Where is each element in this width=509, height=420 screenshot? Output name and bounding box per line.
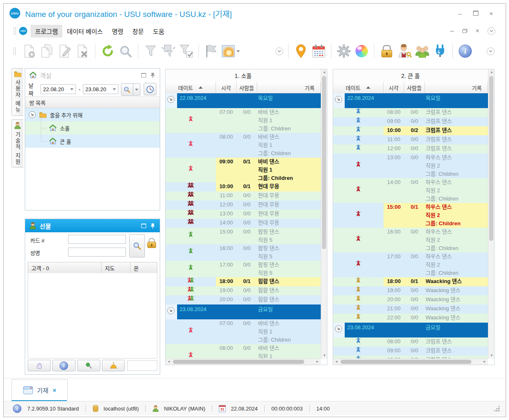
schedule-row[interactable]: 14:000/0현대 무용 [166, 219, 321, 228]
menu-program[interactable]: 프로그램 [31, 25, 62, 38]
schedule-row[interactable]: 12:000/0현대 무용 [166, 201, 321, 210]
schedule-row[interactable]: 20:000/0Waacking 댄스 [333, 295, 488, 304]
gifts-pin-icon[interactable] [150, 223, 156, 228]
filter-apply-icon[interactable] [179, 43, 194, 59]
schedule-row[interactable]: 16:000/0팝핑 댄스직원 5 [166, 244, 321, 261]
schedule-group-row[interactable]: 22.08.2024목요일 [333, 93, 488, 108]
schedule-row[interactable]: 13:000/0현대 무용 [166, 210, 321, 219]
new-record-icon[interactable] [22, 43, 37, 59]
filter-settings-icon[interactable] [161, 43, 176, 59]
customers-table-body[interactable] [28, 273, 157, 359]
usu-menu-icon[interactable]: USU [19, 27, 27, 35]
column-people[interactable]: 사람들 [237, 82, 257, 93]
schedule-row[interactable]: 18:000/1힙합 댄스 [166, 277, 321, 286]
image-view-caret-icon[interactable] [237, 50, 240, 52]
toolbar-drag-handle[interactable] [14, 47, 16, 55]
rooms-maximize-icon[interactable] [141, 73, 147, 78]
schedule-row[interactable]: 11:000/0크럼프 댄스 [333, 135, 488, 144]
schedule-row[interactable]: 08:000/0크럼프 댄스 [333, 108, 488, 117]
delete-record-icon[interactable] [75, 43, 90, 59]
schedule-group-row[interactable]: 23.08.2024금요일 [166, 304, 321, 319]
column-record[interactable]: 기록 [425, 82, 488, 93]
schedule-row[interactable]: 08:000/0크럼프 댄스 [333, 337, 488, 347]
rooms-pin-icon[interactable] [150, 73, 156, 78]
on-column[interactable]: 온 [130, 262, 157, 273]
schedule-row[interactable]: 16:000/0하우스 댄스직원 2그룹: Children [333, 228, 488, 252]
column-date[interactable]: 데이트 [333, 82, 384, 93]
bell-button[interactable] [102, 360, 125, 371]
schedule-group-row[interactable]: 22.08.2024목요일 [166, 93, 321, 108]
mdi-close-button[interactable]: × [476, 27, 479, 35]
toolbar-overflow-chevron2-icon[interactable] [487, 47, 495, 55]
mdi-minimize-button[interactable]: – [450, 27, 454, 35]
card-number-input[interactable] [68, 235, 126, 244]
schedule-row[interactable]: 18:000/1Waacking 댄스 [333, 277, 488, 286]
overflow-chevron-icon[interactable] [488, 27, 495, 35]
edit-record-icon[interactable] [57, 43, 72, 59]
info-button[interactable]: i [52, 360, 76, 371]
room-list-header[interactable]: 방 목록 [25, 97, 160, 108]
date-search-caret-icon[interactable] [133, 83, 140, 96]
horizontal-scrollbar[interactable]: ◄► [333, 359, 488, 365]
schedule-row[interactable]: 19:000/0힙합 댄스 [166, 286, 321, 295]
schedule-row[interactable]: 10:000/2크럼프 댄스 [333, 126, 488, 135]
settings-gear-icon[interactable] [336, 43, 351, 59]
pin-button[interactable] [77, 360, 100, 371]
tab-close-icon[interactable]: × [52, 387, 56, 394]
sidebar-tab-user-menu[interactable]: 사용자 메뉴 [12, 68, 23, 116]
schedule-row[interactable]: 09:000/0크럼프 댄스 [333, 117, 488, 126]
calendar-icon[interactable] [311, 43, 326, 59]
horizontal-scrollbar[interactable]: ◄► [166, 359, 321, 365]
gifts-maximize-icon[interactable] [141, 223, 147, 228]
search-icon[interactable] [118, 43, 133, 59]
info-icon[interactable]: i [458, 43, 473, 59]
user-group-icon[interactable] [415, 43, 430, 59]
schedule-row[interactable]: 07:000/0바비 댄스직원 1그룹: Children [166, 108, 321, 133]
customer-name-input[interactable] [68, 248, 126, 257]
schedule-row[interactable]: 14:000/0하우스 댄스직원 2그룹: Children [333, 178, 488, 203]
schedule-row[interactable]: 15:000/1하우스 댄스직원 2그룹: Children [333, 203, 488, 228]
refresh-icon[interactable] [100, 43, 115, 59]
schedule-row[interactable]: 17:000/0하우스 댄스직원 2그룹: Children [333, 252, 488, 277]
collapse-icon[interactable] [167, 307, 175, 317]
schedule-row[interactable]: 15:000/0팝핑 댄스직원 5 [166, 228, 321, 244]
vertical-scrollbar[interactable]: ▲▼ [321, 69, 327, 359]
color-wheel-icon[interactable] [354, 43, 369, 59]
minimize-button[interactable]: – [457, 10, 463, 17]
column-time[interactable]: 시각 [384, 82, 404, 93]
hand-button[interactable] [28, 360, 51, 371]
menu-drag-handle[interactable] [14, 27, 16, 35]
schedule-row[interactable]: 13:000/0하우스 댄스직원 2그룹: Children [333, 153, 488, 178]
date-from-select[interactable]: 22.08.20 [40, 84, 76, 94]
map-column[interactable]: 지도 [102, 262, 130, 273]
column-people[interactable]: 사람들 [404, 82, 425, 93]
collapse-icon[interactable] [167, 96, 175, 106]
gifts-footer-field[interactable] [127, 360, 157, 371]
schedule-row[interactable]: 22:000/0Waacking 댄스 [333, 314, 488, 323]
user-permissions-icon[interactable] [397, 43, 412, 59]
lock-icon[interactable] [379, 43, 394, 59]
clock-button[interactable] [144, 83, 156, 95]
customers-column[interactable]: 고객 - 0 [28, 262, 102, 273]
mdi-restore-button[interactable] [462, 29, 467, 33]
maximize-button[interactable] [472, 10, 479, 17]
schedule-row[interactable]: 17:000/0팝핑 댄스직원 5 [166, 261, 321, 277]
schedule-row[interactable]: 19:000/0Waacking 댄스 [333, 286, 488, 295]
menu-window[interactable]: 창문 [128, 25, 149, 38]
vertical-scrollbar[interactable]: ▲▼ [488, 69, 494, 359]
menu-help[interactable]: 도움 [148, 25, 169, 38]
collapse-icon[interactable] [335, 325, 342, 335]
schedule-row[interactable]: 21:000/0Waacking 댄스 [333, 304, 488, 314]
schedule-row[interactable]: 09:000/1바비 댄스직원 1그룹: Children [166, 158, 321, 182]
plugin-icon[interactable] [433, 43, 447, 59]
date-to-select[interactable]: 23.08.20 [83, 84, 118, 94]
column-date[interactable]: 데이트 [166, 82, 216, 93]
schedule-row[interactable]: 08:000/0바비 댄스직원 1그룹: Children [166, 133, 321, 158]
schedule-row[interactable]: 10:000/0크럼프 댄스 [333, 356, 488, 359]
schedule-row[interactable]: 10:000/1현대 무용 [166, 182, 321, 191]
map-pin-icon[interactable] [294, 43, 308, 59]
column-record[interactable]: 기록 [257, 82, 321, 93]
expand-icon[interactable] [28, 111, 36, 118]
copy-record-icon[interactable] [40, 43, 54, 59]
menu-commands[interactable]: 명령 [107, 25, 128, 38]
